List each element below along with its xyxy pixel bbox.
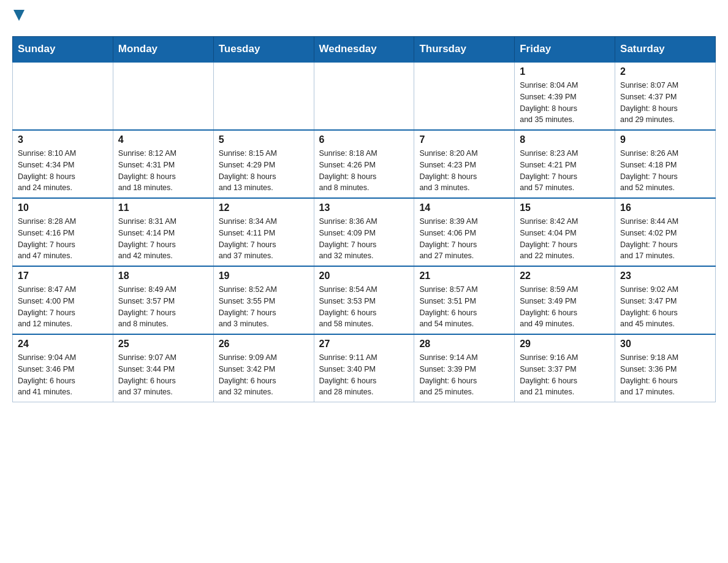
calendar-cell: 28Sunrise: 9:14 AMSunset: 3:39 PMDayligh… [414,334,515,402]
calendar-cell: 25Sunrise: 9:07 AMSunset: 3:44 PMDayligh… [113,334,213,402]
calendar-cell: 26Sunrise: 9:09 AMSunset: 3:42 PMDayligh… [213,334,314,402]
day-info: Sunrise: 8:57 AMSunset: 3:51 PMDaylight:… [419,284,509,330]
calendar-cell [13,62,113,130]
day-info: Sunrise: 8:15 AMSunset: 4:29 PMDaylight:… [219,148,309,194]
calendar-week-1: 1Sunrise: 8:04 AMSunset: 4:39 PMDaylight… [13,62,716,130]
day-number: 6 [319,134,409,145]
calendar-cell: 21Sunrise: 8:57 AMSunset: 3:51 PMDayligh… [414,266,515,334]
day-number: 11 [118,202,208,213]
calendar-cell: 4Sunrise: 8:12 AMSunset: 4:31 PMDaylight… [113,130,213,198]
day-info: Sunrise: 9:11 AMSunset: 3:40 PMDaylight:… [319,352,409,398]
day-number: 10 [18,202,108,213]
day-info: Sunrise: 8:42 AMSunset: 4:04 PMDaylight:… [520,216,610,262]
day-number: 14 [419,202,509,213]
calendar-cell: 20Sunrise: 8:54 AMSunset: 3:53 PMDayligh… [314,266,414,334]
calendar-header-monday: Monday [113,37,213,63]
day-number: 16 [620,202,710,213]
calendar-cell: 29Sunrise: 9:16 AMSunset: 3:37 PMDayligh… [515,334,615,402]
day-info: Sunrise: 9:09 AMSunset: 3:42 PMDaylight:… [219,352,309,398]
day-info: Sunrise: 9:18 AMSunset: 3:36 PMDaylight:… [620,352,710,398]
calendar-cell: 18Sunrise: 8:49 AMSunset: 3:57 PMDayligh… [113,266,213,334]
calendar-cell: 12Sunrise: 8:34 AMSunset: 4:11 PMDayligh… [213,198,314,266]
day-number: 12 [219,202,309,213]
day-info: Sunrise: 8:23 AMSunset: 4:21 PMDaylight:… [520,148,610,194]
day-number: 21 [419,270,509,282]
calendar-cell: 13Sunrise: 8:36 AMSunset: 4:09 PMDayligh… [314,198,414,266]
calendar-header-tuesday: Tuesday [213,37,314,63]
calendar-cell: 19Sunrise: 8:52 AMSunset: 3:55 PMDayligh… [213,266,314,334]
calendar-header-row: SundayMondayTuesdayWednesdayThursdayFrid… [13,37,716,63]
day-info: Sunrise: 8:52 AMSunset: 3:55 PMDaylight:… [219,284,309,330]
calendar-header-thursday: Thursday [414,37,515,63]
svg-marker-0 [13,10,25,21]
day-number: 18 [118,270,208,282]
day-info: Sunrise: 8:04 AMSunset: 4:39 PMDaylight:… [520,80,610,126]
calendar-cell [113,62,213,130]
calendar-cell: 9Sunrise: 8:26 AMSunset: 4:18 PMDaylight… [615,130,716,198]
calendar-cell [213,62,314,130]
calendar-cell: 22Sunrise: 8:59 AMSunset: 3:49 PMDayligh… [515,266,615,334]
calendar-table: SundayMondayTuesdayWednesdayThursdayFrid… [12,36,716,402]
day-info: Sunrise: 8:36 AMSunset: 4:09 PMDaylight:… [319,216,409,262]
calendar-cell: 5Sunrise: 8:15 AMSunset: 4:29 PMDaylight… [213,130,314,198]
day-info: Sunrise: 8:07 AMSunset: 4:37 PMDaylight:… [620,80,710,126]
logo [12,12,25,24]
day-info: Sunrise: 9:02 AMSunset: 3:47 PMDaylight:… [620,284,710,330]
calendar-cell: 24Sunrise: 9:04 AMSunset: 3:46 PMDayligh… [13,334,113,402]
calendar-header-friday: Friday [515,37,615,63]
day-number: 5 [219,134,309,145]
day-info: Sunrise: 8:12 AMSunset: 4:31 PMDaylight:… [118,148,208,194]
day-info: Sunrise: 8:44 AMSunset: 4:02 PMDaylight:… [620,216,710,262]
calendar-cell: 3Sunrise: 8:10 AMSunset: 4:34 PMDaylight… [13,130,113,198]
page-header [12,12,716,24]
day-info: Sunrise: 8:31 AMSunset: 4:14 PMDaylight:… [118,216,208,262]
calendar-week-4: 17Sunrise: 8:47 AMSunset: 4:00 PMDayligh… [13,266,716,334]
day-number: 25 [118,339,208,350]
day-number: 23 [620,270,710,282]
calendar-cell: 1Sunrise: 8:04 AMSunset: 4:39 PMDaylight… [515,62,615,130]
logo-arrow-icon [13,10,25,24]
day-info: Sunrise: 8:18 AMSunset: 4:26 PMDaylight:… [319,148,409,194]
day-info: Sunrise: 8:59 AMSunset: 3:49 PMDaylight:… [520,284,610,330]
day-number: 28 [419,339,509,350]
day-number: 1 [520,66,610,77]
day-info: Sunrise: 8:20 AMSunset: 4:23 PMDaylight:… [419,148,509,194]
calendar-header-sunday: Sunday [13,37,113,63]
calendar-cell: 16Sunrise: 8:44 AMSunset: 4:02 PMDayligh… [615,198,716,266]
day-number: 17 [18,270,108,282]
day-info: Sunrise: 9:14 AMSunset: 3:39 PMDaylight:… [419,352,509,398]
day-number: 20 [319,270,409,282]
day-info: Sunrise: 9:04 AMSunset: 3:46 PMDaylight:… [18,352,108,398]
day-number: 26 [219,339,309,350]
day-info: Sunrise: 9:07 AMSunset: 3:44 PMDaylight:… [118,352,208,398]
calendar-cell: 11Sunrise: 8:31 AMSunset: 4:14 PMDayligh… [113,198,213,266]
day-number: 15 [520,202,610,213]
day-number: 24 [18,339,108,350]
day-info: Sunrise: 8:26 AMSunset: 4:18 PMDaylight:… [620,148,710,194]
day-number: 22 [520,270,610,282]
calendar-header-saturday: Saturday [615,37,716,63]
day-number: 30 [620,339,710,350]
day-info: Sunrise: 8:28 AMSunset: 4:16 PMDaylight:… [18,216,108,262]
day-number: 8 [520,134,610,145]
calendar-week-5: 24Sunrise: 9:04 AMSunset: 3:46 PMDayligh… [13,334,716,402]
calendar-week-2: 3Sunrise: 8:10 AMSunset: 4:34 PMDaylight… [13,130,716,198]
calendar-week-3: 10Sunrise: 8:28 AMSunset: 4:16 PMDayligh… [13,198,716,266]
calendar-cell: 27Sunrise: 9:11 AMSunset: 3:40 PMDayligh… [314,334,414,402]
calendar-cell: 15Sunrise: 8:42 AMSunset: 4:04 PMDayligh… [515,198,615,266]
day-number: 9 [620,134,710,145]
calendar-cell: 23Sunrise: 9:02 AMSunset: 3:47 PMDayligh… [615,266,716,334]
day-number: 13 [319,202,409,213]
day-info: Sunrise: 8:54 AMSunset: 3:53 PMDaylight:… [319,284,409,330]
day-info: Sunrise: 8:10 AMSunset: 4:34 PMDaylight:… [18,148,108,194]
calendar-cell: 8Sunrise: 8:23 AMSunset: 4:21 PMDaylight… [515,130,615,198]
day-number: 7 [419,134,509,145]
day-number: 27 [319,339,409,350]
day-info: Sunrise: 8:34 AMSunset: 4:11 PMDaylight:… [219,216,309,262]
calendar-cell: 14Sunrise: 8:39 AMSunset: 4:06 PMDayligh… [414,198,515,266]
day-number: 19 [219,270,309,282]
calendar-cell: 6Sunrise: 8:18 AMSunset: 4:26 PMDaylight… [314,130,414,198]
calendar-cell [414,62,515,130]
calendar-cell: 10Sunrise: 8:28 AMSunset: 4:16 PMDayligh… [13,198,113,266]
day-number: 3 [18,134,108,145]
